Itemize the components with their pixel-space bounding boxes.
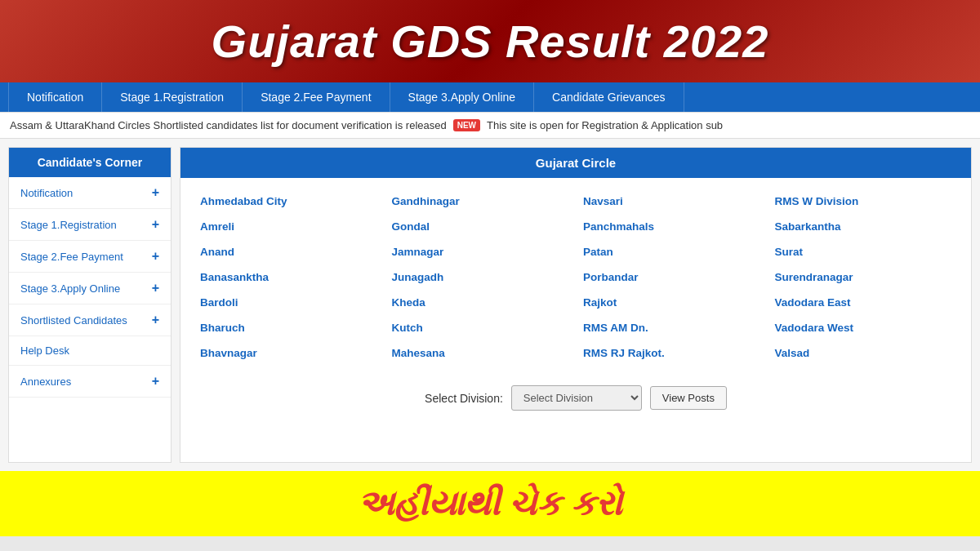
sidebar-item-helpdesk[interactable]: Help Desk [9, 336, 171, 366]
plus-icon: + [152, 249, 159, 264]
header: Gujarat GDS Result 2022 [0, 0, 980, 82]
ticker-bar: Assam & UttaraKhand Circles Shortlisted … [0, 112, 980, 139]
division-link[interactable]: Ahmedabad City [197, 190, 381, 212]
sidebar-item-stage2[interactable]: Stage 2.Fee Payment + [9, 241, 171, 273]
plus-icon: + [152, 281, 159, 295]
division-select[interactable]: Select Division [511, 385, 642, 411]
division-link[interactable]: Rajkot [580, 291, 764, 313]
nav-grievances[interactable]: Candidate Grievances [534, 82, 684, 112]
division-link[interactable]: Valsad [772, 342, 956, 364]
sidebar-item-annexures[interactable]: Annexures + [9, 366, 171, 398]
gujarati-text: અહીંયાથી ચેક કરો [358, 484, 622, 523]
division-link[interactable]: Surat [772, 241, 956, 263]
circle-header: Gujarat Circle [180, 148, 971, 178]
division-link[interactable]: Surendranagar [772, 266, 956, 288]
division-link[interactable]: Kutch [389, 317, 572, 339]
view-posts-button[interactable]: View Posts [650, 386, 727, 410]
divisions-grid: Ahmedabad CityGandhinagarNavsariRMS W Di… [180, 182, 971, 372]
sidebar-stage2-label: Stage 2.Fee Payment [20, 251, 123, 263]
nav-fee-payment[interactable]: Stage 2.Fee Payment [243, 82, 390, 112]
plus-icon: + [152, 374, 159, 389]
sidebar-item-stage3[interactable]: Stage 3.Apply Online + [9, 273, 171, 304]
right-panel: Gujarat Circle Ahmedabad CityGandhinagar… [180, 147, 972, 463]
division-link[interactable]: Patan [580, 241, 764, 263]
division-link[interactable]: Bhavnagar [197, 342, 381, 364]
sidebar-notification-label: Notification [20, 187, 73, 199]
division-link[interactable]: Bardoli [197, 291, 381, 313]
nav-registration[interactable]: Stage 1.Registration [102, 82, 243, 112]
division-link[interactable]: Vadodara East [772, 291, 956, 313]
division-link[interactable]: Bharuch [197, 317, 381, 339]
division-link[interactable]: Gandhinagar [389, 190, 572, 212]
division-link[interactable]: Navsari [580, 190, 764, 212]
page-title: Gujarat GDS Result 2022 [24, 15, 956, 68]
nav-notification[interactable]: Notification [8, 82, 102, 112]
division-link[interactable]: RMS RJ Rajkot. [580, 342, 764, 364]
division-link[interactable]: Sabarkantha [772, 216, 956, 238]
sidebar-item-shortlisted[interactable]: Shortlisted Candidates + [9, 304, 171, 336]
ticker-text: Assam & UttaraKhand Circles Shortlisted … [10, 119, 447, 131]
division-link[interactable]: Anand [197, 241, 381, 263]
sidebar-item-notification[interactable]: Notification + [9, 177, 171, 209]
division-link[interactable]: Jamnagar [389, 241, 572, 263]
select-division-label: Select Division: [425, 392, 503, 405]
plus-icon: + [152, 217, 159, 232]
division-link[interactable]: Gondal [389, 216, 572, 238]
division-link[interactable]: Mahesana [389, 342, 572, 364]
division-link[interactable]: RMS W Division [772, 190, 956, 212]
sidebar-helpdesk-label: Help Desk [20, 344, 69, 357]
plus-icon: + [152, 313, 159, 327]
sidebar-stage1-label: Stage 1.Registration [20, 219, 117, 231]
division-link[interactable]: Porbandar [580, 266, 764, 288]
plus-icon: + [152, 185, 159, 200]
main-content: Candidate's Corner Notification + Stage … [0, 139, 980, 471]
division-link[interactable]: Amreli [197, 216, 381, 238]
sidebar-item-stage1[interactable]: Stage 1.Registration + [9, 209, 171, 241]
sidebar-stage3-label: Stage 3.Apply Online [20, 282, 120, 295]
navbar: Notification Stage 1.Registration Stage … [0, 82, 980, 112]
sidebar: Candidate's Corner Notification + Stage … [8, 147, 172, 463]
division-link[interactable]: Junagadh [389, 266, 572, 288]
division-link[interactable]: RMS AM Dn. [580, 317, 764, 339]
division-link[interactable]: Banasanktha [197, 266, 381, 288]
ticker-extra: This site is open for Registration & App… [487, 119, 723, 131]
sidebar-header: Candidate's Corner [9, 148, 171, 177]
new-badge: NEW [453, 119, 480, 131]
sidebar-shortlisted-label: Shortlisted Candidates [20, 314, 127, 327]
sidebar-annexures-label: Annexures [20, 375, 71, 388]
select-row: Select Division: Select Division View Po… [180, 375, 971, 420]
nav-apply-online[interactable]: Stage 3.Apply Online [390, 82, 535, 112]
division-link[interactable]: Kheda [389, 291, 572, 313]
division-link[interactable]: Vadodara West [772, 317, 956, 339]
bottom-banner: અહીંયાથી ચેક કરો [0, 471, 980, 536]
division-link[interactable]: Panchmahals [580, 216, 764, 238]
